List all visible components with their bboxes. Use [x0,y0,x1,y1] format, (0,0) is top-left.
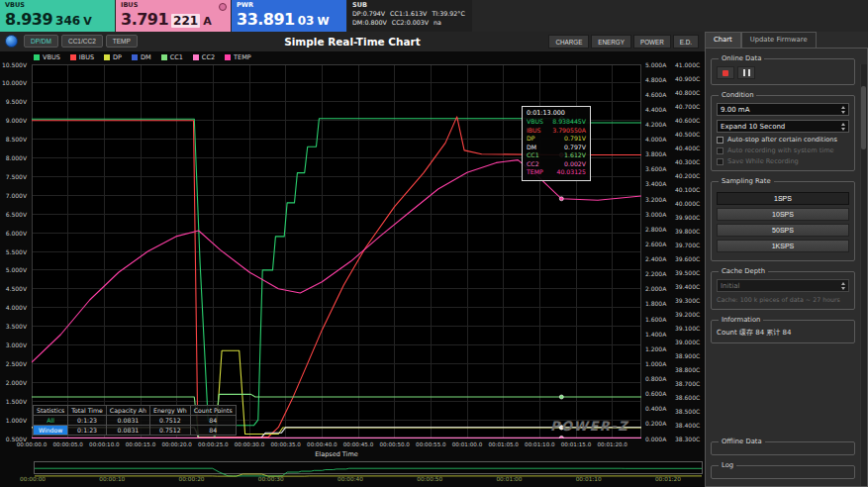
legend-swatch-icon [104,54,110,60]
power-button[interactable]: POWER [633,35,671,49]
voltage-axis-label: 3.500V [6,323,27,330]
sampling-1sps-button[interactable]: 1SPS [717,192,849,205]
stats-cell: 0.0831 [106,426,149,436]
legend-item-cc1[interactable]: CC1 [161,53,183,61]
stats-cell: 0.7512 [150,416,191,426]
condition-group: Condition 9.00 mA Expand 10 Second Auto-… [711,91,855,171]
current-axis-label: 2.000A [645,285,666,292]
current-axis-label: 0.600A [645,390,666,397]
current-axis-label: 3.000A [645,211,666,218]
x-axis-label: 00:01:00.0 [447,441,487,447]
expand-window-value: Expand 10 Second [721,123,785,131]
spinner-arrows-icon[interactable] [841,123,845,131]
ibus-settings-icon[interactable] [219,3,227,11]
sampling-1ksps-button[interactable]: 1KSPS [717,240,849,252]
sidebar-scrollbar[interactable] [860,64,867,486]
voltage-axis-label: 2.500V [6,360,27,367]
tab-chart[interactable]: Chart [705,32,741,48]
stats-header: Capacity Ah [106,406,149,416]
current-axis-label: 0.800A [645,375,666,382]
temperature-axis-label: 40.200C [675,172,700,179]
current-axis-label: 0.200A [645,420,666,427]
expand-window-select[interactable]: Expand 10 Second [717,120,849,133]
save-while-recording-checkbox[interactable]: Save While Recording [717,158,849,165]
log-group[interactable]: Log [711,461,855,479]
record-button[interactable] [717,66,734,79]
voltage-axis-label: 5.000V [6,266,27,273]
temperature-axis-label: 41.000C [675,61,700,68]
energy-button[interactable]: ENERGY [591,35,631,49]
tooltip-row-dm: DM0.797V [527,144,586,152]
toggle-cc1cc2-button[interactable]: CC1/CC2 [61,35,103,48]
legend-item-ibus[interactable]: IBUS [70,53,94,61]
charge-button[interactable]: CHARGE [548,35,589,49]
power-z-watermark: POWER-Z [550,419,628,434]
stats-row-label[interactable]: Window [34,426,68,436]
legend-item-temp[interactable]: TEMP [225,53,251,61]
sampling-rate-title: Sampling Rate [719,177,774,185]
toggle-temp-button[interactable]: TEMP [106,35,138,48]
temperature-axis-label: 38.500C [675,408,700,415]
ibus-panel: IBUS 3.791 221 A [116,0,231,32]
ibus-sub-digits: 221 [171,14,200,28]
save-while-recording-label: Save While Recording [727,158,799,165]
x-axis-label: 00:00:15.0 [121,441,160,447]
cache-depth-select[interactable]: Initial [717,279,849,292]
x-axis-label: 00:00:00.0 [12,441,51,447]
current-axis-label: 1.200A [645,345,666,352]
chart-toolbar: DP/DM CC1/CC2 TEMP Simple Real-Time Char… [0,32,705,51]
scrollbar-thumb[interactable] [861,86,866,149]
sub-row-1: DP:0.794V CC1:1.613V TI:39.92°C [352,10,467,18]
stop-current-spinbox[interactable]: 9.00 mA [717,103,849,116]
control-sidebar: Chart Update Firmware Online Data Condit… [705,32,868,487]
toggle-dpdm-button[interactable]: DP/DM [24,35,58,48]
sampling-50sps-button[interactable]: 50SPS [717,224,849,237]
tab-update-firmware[interactable]: Update Firmware [741,32,817,48]
temperature-axis-label: 38.900C [675,352,700,359]
autostop-checkbox[interactable]: Auto-stop after certain conditions [717,137,849,144]
axis-toggle-group: DP/DM CC1/CC2 TEMP [24,35,138,48]
series-temp-line [32,160,641,362]
stats-row-label[interactable]: All [34,416,68,426]
sampling-10sps-button[interactable]: 10SPS [717,208,849,221]
ibus-value: 3.791 221 A [121,10,226,29]
autorecord-checkbox[interactable]: Auto recording with system time [717,147,849,154]
stats-cell: 0.7512 [150,426,191,436]
stop-current-value: 9.00 mA [721,106,749,114]
legend-item-vbus[interactable]: VBUS [34,53,60,61]
temperature-axis-label: 40.400C [675,145,700,151]
temperature-axis-label: 39.700C [675,242,700,248]
current-axis-label: 5.000A [645,61,666,68]
legend-swatch-icon [225,54,231,60]
tooltip-row-cc1: CC11.612V [527,151,586,160]
offline-data-group[interactable]: Offline Data [711,438,855,455]
tooltip-row-vbus: VBUS8.938445V [527,118,586,127]
navigator-time-label: 00:00:20 [178,476,204,482]
ed-button[interactable]: E.D. [673,35,699,49]
range-navigator[interactable] [34,461,703,474]
current-axis-label: 2.800A [645,226,666,233]
information-group: Information Count 缓存 84 累计 84 [711,316,855,343]
spinner-arrows-icon[interactable] [841,106,845,114]
legend-label: VBUS [43,53,60,61]
power-panel: PWR 33.891 03 W [232,0,346,32]
checkbox-icon [717,158,723,165]
autostop-label: Auto-stop after certain conditions [727,137,837,144]
dm-readout: DM:0.800V [352,19,387,27]
pause-button[interactable] [737,66,755,79]
record-icon [723,70,728,76]
stats-header: Energy Wh [150,406,191,416]
offline-data-title: Offline Data [719,438,765,445]
x-axis-label: 00:00:10.0 [84,441,124,447]
temperature-axis-label: 39.200C [675,311,700,318]
tooltip-row-dp: DP0.791V [527,135,586,144]
temperature-axis-label: 40.300C [675,158,700,165]
voltage-axis-label: 8.500V [6,136,27,143]
legend-item-dm[interactable]: DM [132,53,151,61]
temperature-axis-label: 40.500C [675,131,700,138]
legend-item-cc2[interactable]: CC2 [193,53,215,61]
legend-item-dp[interactable]: DP [104,53,122,61]
navigator-time-label: 00:01:20 [655,476,681,482]
vbus-main-digits: 8.939 [5,10,52,29]
ibus-label: IBUS [121,2,226,9]
